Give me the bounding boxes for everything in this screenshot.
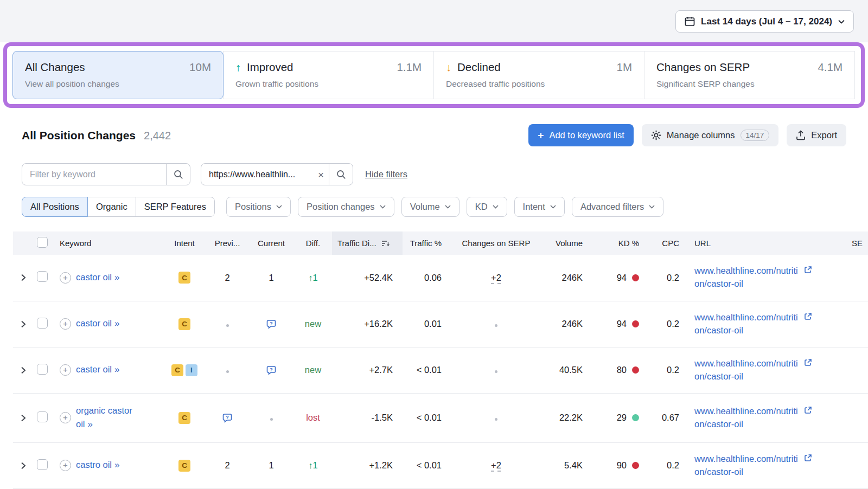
url-search-button[interactable] xyxy=(329,163,353,185)
manage-columns-button[interactable]: Manage columns 14/17 xyxy=(642,124,778,146)
row-checkbox[interactable] xyxy=(37,271,48,282)
serp-changes-link[interactable]: +2 xyxy=(491,460,501,470)
table-row: + caster oil» CI ? new +2.7K < 0.01 40.5… xyxy=(13,347,868,393)
expand-row-icon[interactable] xyxy=(18,364,29,377)
top-bar: Last 14 days (Jul 4 – 17, 2024) xyxy=(0,0,868,42)
keyword-link[interactable]: caster oil xyxy=(76,364,112,374)
add-to-keyword-list-button[interactable]: + Add to keyword list xyxy=(528,124,634,146)
url-link[interactable]: www.healthline.com/nutrition/castor-oil xyxy=(694,405,801,431)
external-link-icon[interactable] xyxy=(804,406,812,414)
search-icon xyxy=(336,170,346,179)
open-keyword-icon[interactable]: » xyxy=(114,364,119,375)
col-url[interactable]: URL xyxy=(689,231,846,255)
no-changes-dot xyxy=(495,324,497,327)
clear-url-icon[interactable]: × xyxy=(318,169,324,179)
col-diff[interactable]: Diff. xyxy=(294,231,332,255)
keyword-link[interactable]: castor oil xyxy=(76,318,112,328)
url-filter-input[interactable] xyxy=(201,163,329,185)
keyword-filter-input[interactable] xyxy=(22,163,167,185)
intent-commercial-badge: C xyxy=(178,318,190,330)
svg-text:?: ? xyxy=(270,366,273,372)
expand-row-icon[interactable] xyxy=(18,318,29,331)
page-title: All Position Changes xyxy=(22,129,136,142)
keyword-link[interactable]: organic castor oil xyxy=(76,406,132,429)
tab-improved[interactable]: ↑ Improved 1.1M Grown traffic positions xyxy=(223,51,434,99)
url-link[interactable]: www.healthline.com/nutrition/castor-oil xyxy=(694,265,801,291)
traffic-pct-value: 0.01 xyxy=(424,319,442,329)
col-volume[interactable]: Volume xyxy=(541,231,592,255)
url-link[interactable]: www.healthline.com/nutrition/castor-oil xyxy=(694,311,801,337)
filters-bar: × Hide filters xyxy=(0,163,868,185)
row-checkbox[interactable] xyxy=(37,459,48,470)
external-link-icon[interactable] xyxy=(804,454,812,462)
intent-filter-dropdown[interactable]: Intent xyxy=(514,197,565,217)
external-link-icon[interactable] xyxy=(804,312,812,320)
no-changes-dot xyxy=(495,370,497,373)
volume-value: 246K xyxy=(561,319,583,329)
open-keyword-icon[interactable]: » xyxy=(88,419,93,429)
changes-tab-bar: All Changes 10M View all position change… xyxy=(13,51,855,99)
keyword-link[interactable]: castro oil xyxy=(76,460,112,469)
col-current[interactable]: Current xyxy=(248,231,294,255)
export-button[interactable]: Export xyxy=(787,124,846,146)
intent-commercial-badge: C xyxy=(171,364,183,376)
col-traffic-diff[interactable]: Traffic Di... xyxy=(332,231,403,255)
keyword-search-button[interactable] xyxy=(166,163,190,185)
col-previous[interactable]: Previ... xyxy=(206,231,248,255)
url-link[interactable]: www.healthline.com/nutrition/castor-oil xyxy=(694,357,801,383)
positions-filter-dropdown[interactable]: Positions xyxy=(226,197,291,217)
row-checkbox[interactable] xyxy=(37,364,48,375)
external-link-icon[interactable] xyxy=(804,266,812,274)
add-keyword-icon[interactable]: + xyxy=(60,412,71,423)
serp-changes-link[interactable]: +2 xyxy=(491,273,501,282)
col-changes-on-serp[interactable]: Changes on SERP xyxy=(451,231,541,255)
col-traffic-pct[interactable]: Traffic % xyxy=(403,231,451,255)
add-keyword-icon[interactable]: + xyxy=(60,318,71,330)
open-keyword-icon[interactable]: » xyxy=(114,460,119,470)
add-keyword-icon[interactable]: + xyxy=(60,364,71,376)
add-to-keyword-list-label: Add to keyword list xyxy=(549,130,624,140)
add-keyword-icon[interactable]: + xyxy=(60,460,71,471)
col-keyword[interactable]: Keyword xyxy=(54,231,163,255)
url-filter-group: × xyxy=(201,163,353,185)
kd-filter-dropdown[interactable]: KD xyxy=(467,197,507,217)
date-range-picker[interactable]: Last 14 days (Jul 4 – 17, 2024) xyxy=(675,10,854,33)
expand-row-icon[interactable] xyxy=(18,411,29,424)
url-link[interactable]: www.healthline.com/nutrition/castor-oil xyxy=(694,453,801,479)
position-type-segmented-control: All Positions Organic SERP Features xyxy=(22,197,215,217)
open-keyword-icon[interactable]: » xyxy=(114,272,119,282)
volume-filter-dropdown[interactable]: Volume xyxy=(401,197,459,217)
open-keyword-icon[interactable]: » xyxy=(114,318,119,329)
traffic-pct-value: < 0.01 xyxy=(417,365,442,375)
position-changes-filter-dropdown[interactable]: Position changes xyxy=(298,197,394,217)
kd-value: 94 xyxy=(617,273,627,283)
tab-count: 1M xyxy=(617,61,632,74)
kd-value: 94 xyxy=(617,319,627,329)
keyword-link[interactable]: castor oil xyxy=(76,272,112,282)
tab-declined[interactable]: ↓ Declined 1M Decreased traffic position… xyxy=(433,51,644,99)
col-cpc[interactable]: CPC xyxy=(647,231,689,255)
no-position-dot xyxy=(226,324,229,327)
col-intent[interactable]: Intent xyxy=(163,231,206,255)
row-checkbox[interactable] xyxy=(37,318,48,329)
add-keyword-icon[interactable]: + xyxy=(60,272,71,284)
col-se[interactable]: SE xyxy=(846,231,868,255)
chip-serp-features[interactable]: SERP Features xyxy=(136,197,215,217)
row-checkbox[interactable] xyxy=(37,411,48,422)
tab-label: All Changes xyxy=(25,61,85,74)
select-all-checkbox[interactable] xyxy=(37,237,48,248)
col-select xyxy=(31,231,54,255)
external-link-icon[interactable] xyxy=(804,358,812,366)
advanced-filters-dropdown[interactable]: Advanced filters xyxy=(572,197,663,217)
chip-all-positions[interactable]: All Positions xyxy=(22,197,88,217)
chevron-down-icon xyxy=(838,20,845,24)
expand-row-icon[interactable] xyxy=(18,459,29,472)
expand-row-icon[interactable] xyxy=(18,271,29,284)
cpc-value: 0.2 xyxy=(667,460,679,470)
traffic-diff-value: -1.5K xyxy=(372,413,393,422)
tab-all-changes[interactable]: All Changes 10M View all position change… xyxy=(12,51,224,99)
hide-filters-link[interactable]: Hide filters xyxy=(365,169,407,179)
chip-organic[interactable]: Organic xyxy=(87,197,136,217)
col-kd[interactable]: KD % xyxy=(592,231,647,255)
tab-changes-on-serp[interactable]: Changes on SERP 4.1M Significant SERP ch… xyxy=(644,51,855,99)
